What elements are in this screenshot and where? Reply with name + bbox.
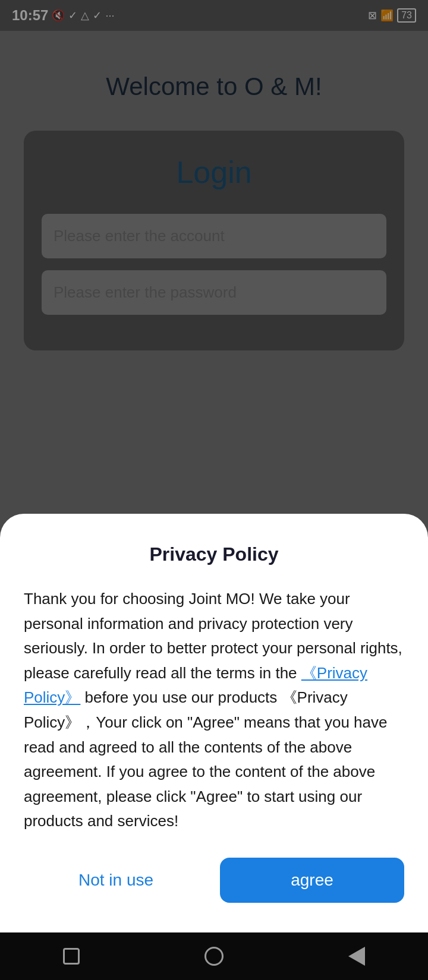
not-in-use-button[interactable]: Not in use [24, 858, 208, 903]
modal-body-text2: before you use our products 《Privacy Pol… [24, 688, 387, 830]
privacy-modal: Privacy Policy Thank you for choosing Jo… [0, 514, 428, 932]
modal-body: Thank you for choosing Joint MO! We take… [24, 587, 404, 834]
modal-buttons: Not in use agree [24, 858, 404, 903]
modal-title: Privacy Policy [24, 543, 404, 565]
agree-button[interactable]: agree [220, 858, 404, 903]
